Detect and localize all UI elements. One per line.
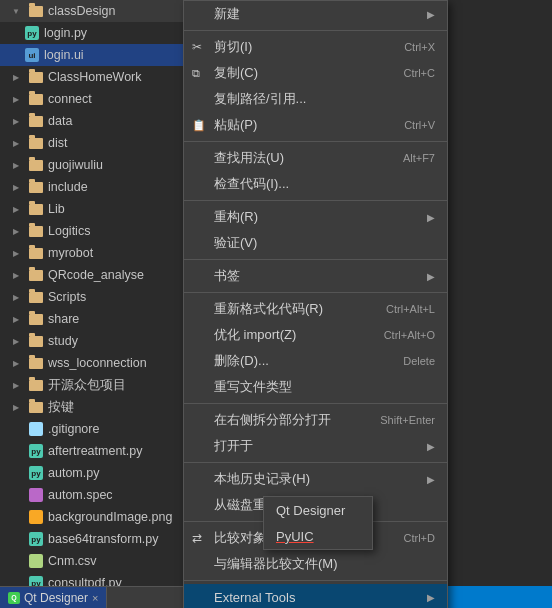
- tree-item-classhomework[interactable]: ▶ ClassHomeWork: [0, 66, 185, 88]
- folder-icon: [28, 267, 44, 283]
- menu-item-openin[interactable]: 打开于 ▶: [184, 433, 447, 459]
- menu-label-delete: 删除(D)...: [214, 352, 269, 370]
- spacer: [8, 465, 24, 481]
- submenu-arrow-icon: ▶: [427, 474, 435, 485]
- tree-item-automspec[interactable]: autom.spec: [0, 484, 185, 506]
- menu-item-new[interactable]: 新建 ▶: [184, 1, 447, 27]
- menu-item-compareeditor[interactable]: 与编辑器比较文件(M): [184, 551, 447, 577]
- qt-designer-tab[interactable]: Q Qt Designer ×: [0, 587, 107, 608]
- arrow-right-icon: ▶: [8, 377, 24, 393]
- tree-item-dist[interactable]: ▶ dist: [0, 132, 185, 154]
- tree-item-logitics[interactable]: ▶ Logitics: [0, 220, 185, 242]
- menu-label-splitright: 在右侧拆分部分打开: [214, 411, 331, 429]
- py-icon: py: [28, 465, 44, 481]
- tree-item-study[interactable]: ▶ study: [0, 330, 185, 352]
- tree-item-autompy[interactable]: py autom.py: [0, 462, 185, 484]
- menu-item-delete[interactable]: 删除(D)... Delete: [184, 348, 447, 374]
- tree-item-gitignore[interactable]: .gitignore: [0, 418, 185, 440]
- menu-item-localhistory[interactable]: 本地历史记录(H) ▶: [184, 466, 447, 492]
- submenu-label-pyuic: PyUIC: [276, 529, 314, 544]
- tree-item-opensource[interactable]: ▶ 开源众包项目: [0, 374, 185, 396]
- tree-item-base64[interactable]: py base64transform.py: [0, 528, 185, 550]
- menu-item-overridetype[interactable]: 重写文件类型: [184, 374, 447, 400]
- menu-label-openin: 打开于: [214, 437, 253, 455]
- menu-item-externaltools[interactable]: External Tools ▶: [184, 584, 447, 608]
- folder-icon: [28, 245, 44, 261]
- py-icon: py: [28, 443, 44, 459]
- tree-item-loginui[interactable]: ui login.ui: [0, 44, 185, 66]
- copy-icon: ⧉: [192, 67, 200, 80]
- tree-item-qrcode[interactable]: ▶ QRcode_analyse: [0, 264, 185, 286]
- menu-label-findusage: 查找用法(U): [214, 149, 284, 167]
- menu-item-paste[interactable]: 📋 粘贴(P) Ctrl+V: [184, 112, 447, 138]
- menu-item-copy[interactable]: ⧉ 复制(C) Ctrl+C: [184, 60, 447, 86]
- tree-item-connect[interactable]: ▶ connect: [0, 88, 185, 110]
- spacer: [8, 443, 24, 459]
- arrow-right-icon: ▶: [8, 69, 24, 85]
- tree-item-include[interactable]: ▶ include: [0, 176, 185, 198]
- tree-item-data[interactable]: ▶ data: [0, 110, 185, 132]
- submenu-item-qtdesigner[interactable]: Qt Designer: [264, 497, 372, 523]
- tree-item-bgimage[interactable]: backgroundImage.png: [0, 506, 185, 528]
- compare-icon: ⇄: [192, 531, 202, 545]
- tree-item-cnmcsv[interactable]: Cnm.csv: [0, 550, 185, 572]
- tree-item-anjian[interactable]: ▶ 按键: [0, 396, 185, 418]
- paste-icon: 📋: [192, 119, 206, 132]
- arrow-right-icon: ▶: [8, 267, 24, 283]
- folder-icon: [28, 377, 44, 393]
- shortcut-compare: Ctrl+D: [384, 532, 435, 544]
- menu-item-verify[interactable]: 验证(V): [184, 230, 447, 256]
- tree-item-classdesign[interactable]: ▼ classDesign: [0, 0, 185, 22]
- folder-icon: [28, 399, 44, 415]
- menu-item-refactor[interactable]: 重构(R) ▶: [184, 204, 447, 230]
- submenu-arrow-icon: ▶: [427, 592, 435, 603]
- menu-label-bookmark: 书签: [214, 267, 240, 285]
- menu-item-reformat[interactable]: 重新格式化代码(R) Ctrl+Alt+L: [184, 296, 447, 322]
- folder-icon: [28, 135, 44, 151]
- menu-label-compareeditor: 与编辑器比较文件(M): [214, 555, 338, 573]
- tree-item-lib[interactable]: ▶ Lib: [0, 198, 185, 220]
- menu-item-optimizeimport[interactable]: 优化 import(Z) Ctrl+Alt+O: [184, 322, 447, 348]
- menu-separator: [184, 141, 447, 142]
- menu-item-bookmark[interactable]: 书签 ▶: [184, 263, 447, 289]
- tree-item-loginpy[interactable]: py login.py: [0, 22, 185, 44]
- menu-item-copypath[interactable]: 复制路径/引用...: [184, 86, 447, 112]
- arrow-right-icon: ▶: [8, 179, 24, 195]
- menu-label-overridetype: 重写文件类型: [214, 378, 292, 396]
- arrow-right-icon: ▶: [8, 311, 24, 327]
- menu-item-inspectcode[interactable]: 检查代码(I)...: [184, 171, 447, 197]
- folder-icon: [28, 113, 44, 129]
- menu-item-splitright[interactable]: 在右侧拆分部分打开 Shift+Enter: [184, 407, 447, 433]
- qt-tab-icon: Q: [8, 592, 20, 604]
- menu-label-inspectcode: 检查代码(I)...: [214, 175, 289, 193]
- tab-close-button[interactable]: ×: [92, 592, 98, 604]
- tree-item-aftertreatment[interactable]: py aftertreatment.py: [0, 440, 185, 462]
- bottom-bar: Q Qt Designer ×: [0, 586, 185, 608]
- menu-item-findusage[interactable]: 查找用法(U) Alt+F7: [184, 145, 447, 171]
- tree-item-guojiwuliu[interactable]: ▶ guojiwuliu: [0, 154, 185, 176]
- submenu-arrow-icon: ▶: [427, 212, 435, 223]
- tree-item-scripts[interactable]: ▶ Scripts: [0, 286, 185, 308]
- shortcut-copy: Ctrl+C: [384, 67, 435, 79]
- tree-item-myrobot[interactable]: ▶ myrobot: [0, 242, 185, 264]
- folder-icon: [28, 333, 44, 349]
- tree-item-wss[interactable]: ▶ wss_loconnection: [0, 352, 185, 374]
- arrow-down-icon: ▼: [8, 3, 24, 19]
- folder-icon: [28, 201, 44, 217]
- menu-item-cut[interactable]: ✂ 剪切(I) Ctrl+X: [184, 34, 447, 60]
- arrow-right-icon: ▶: [8, 91, 24, 107]
- tree-item-share[interactable]: ▶ share: [0, 308, 185, 330]
- menu-separator: [184, 462, 447, 463]
- menu-label-cut: 剪切(I): [214, 38, 252, 56]
- shortcut-delete: Delete: [383, 355, 435, 367]
- folder-icon: [28, 355, 44, 371]
- submenu-item-pyuic[interactable]: PyUIC: [264, 523, 372, 549]
- folder-icon: [28, 91, 44, 107]
- spec-icon: [28, 487, 44, 503]
- spacer: [8, 553, 24, 569]
- py-icon: py: [24, 25, 40, 41]
- arrow-right-icon: ▶: [8, 399, 24, 415]
- spacer: [8, 509, 24, 525]
- arrow-right-icon: ▶: [8, 157, 24, 173]
- file-tree: ▼ classDesign py login.py ui login.ui ▶ …: [0, 0, 185, 608]
